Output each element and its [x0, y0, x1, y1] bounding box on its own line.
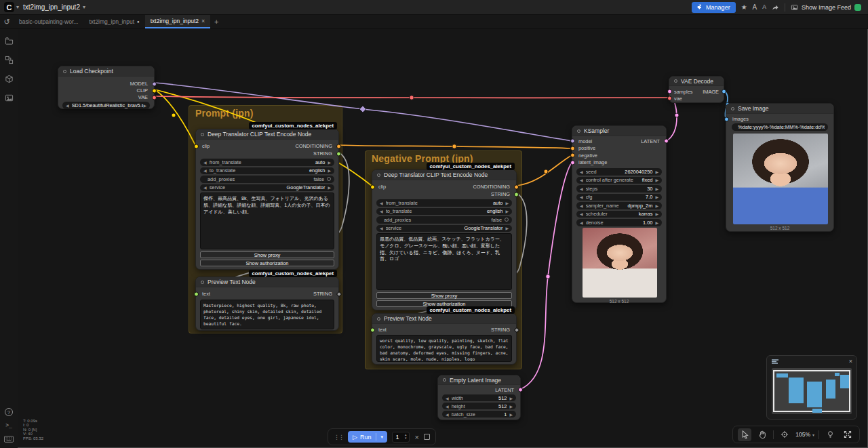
prompt-textarea[interactable]: 最悪の品質、低品質、絵画、スケッチ、フラットカラー、モノクロ、グレースケール、醜…: [376, 233, 512, 290]
port-string-out[interactable]: [336, 151, 341, 156]
right-arrow-icon[interactable]: ▶: [509, 396, 513, 401]
port-conditioning-out[interactable]: [336, 144, 341, 148]
link-dot[interactable]: [410, 96, 414, 100]
workflow-title-menu[interactable]: txt2img_ipn_input2 ▾: [23, 3, 85, 11]
toggle-minimap-tool[interactable]: [841, 428, 854, 441]
sidebar-model-library-icon[interactable]: [4, 74, 14, 83]
preview-textarea[interactable]: Masterpiece, highest quality, 8k, raw ph…: [200, 300, 334, 329]
right-arrow-icon[interactable]: ▶: [655, 169, 658, 174]
left-arrow-icon[interactable]: ◀: [580, 186, 583, 191]
node-vae-decode[interactable]: VAE Decode samples IMAGE vae: [669, 76, 724, 103]
port-clip-in[interactable]: [194, 144, 199, 148]
widget-from-translate[interactable]: ◀from_translateauto▶: [376, 199, 512, 207]
tab-txt2img-ipn-input2[interactable]: txt2img_ipn_input2×: [145, 15, 211, 28]
right-arrow-icon[interactable]: ▶: [509, 404, 513, 409]
node-preview-text-negative[interactable]: comfyui_custom_nodes_alekpet Preview Tex…: [372, 313, 517, 365]
left-arrow-icon[interactable]: ◀: [580, 211, 583, 216]
star-icon[interactable]: ★: [741, 4, 747, 11]
tab-basic-outpainting[interactable]: basic-outpainting-wor...: [14, 15, 83, 28]
prompt-textarea[interactable]: 傑作、最高品質、8k、生写真、フォトリアル、光沢のある肌、詳細な肌、詳細な顔、詳…: [200, 192, 334, 249]
left-arrow-icon[interactable]: ◀: [380, 201, 383, 205]
node-save-image[interactable]: Save Image images %date:yyyy%-%date:MM%-…: [726, 103, 834, 232]
port-model-in[interactable]: [570, 139, 575, 144]
collapse-dot-icon[interactable]: [377, 174, 380, 177]
minimap-canvas[interactable]: [772, 368, 852, 414]
history-undo-icon[interactable]: ↺: [0, 15, 14, 28]
widget-width[interactable]: ◀width512▶: [442, 394, 516, 401]
left-arrow-icon[interactable]: ◀: [446, 404, 449, 409]
select-cursor-tool[interactable]: [738, 428, 751, 441]
widget-control-after-generate[interactable]: ◀control after generatefixed▶: [576, 177, 662, 184]
node-preview-text-positive[interactable]: comfyui_custom_nodes_alekpet Preview Tex…: [195, 277, 339, 331]
toggle-icon[interactable]: [505, 218, 509, 222]
collapse-dot-icon[interactable]: [443, 378, 446, 382]
show-authorization-button[interactable]: Show authorization: [200, 260, 334, 266]
widget-service[interactable]: ◀serviceGoogleTranslator▶: [200, 184, 334, 192]
right-arrow-icon[interactable]: ▶: [655, 186, 658, 191]
zoom-level-dropdown[interactable]: 105%▾: [795, 431, 814, 438]
left-arrow-icon[interactable]: ◀: [203, 168, 207, 173]
right-arrow-icon[interactable]: ▶: [655, 220, 658, 225]
font-size-large-icon[interactable]: A: [753, 4, 757, 11]
port-clip-in[interactable]: [370, 184, 375, 189]
link-dot[interactable]: [172, 113, 176, 117]
right-arrow-icon[interactable]: ▶: [655, 211, 658, 216]
minimap-panel[interactable]: ×: [766, 355, 857, 420]
clear-queue-button[interactable]: ×: [414, 433, 418, 441]
help-icon[interactable]: ?: [5, 408, 13, 416]
link-dot[interactable]: [359, 106, 366, 113]
widget-from-translate[interactable]: ◀from_translateauto▶: [200, 159, 334, 166]
node-load-checkpoint[interactable]: Load Checkpoint MODEL CLIP VAE ◀ SD1.5/b…: [58, 66, 155, 109]
widget-height[interactable]: ◀height512▶: [442, 403, 516, 409]
ckpt-name-widget[interactable]: ◀ SD1.5/beautifulRealistic_brav5.s... ▶: [62, 102, 150, 109]
preview-textarea[interactable]: worst quality, low quality, painting, sk…: [376, 335, 512, 362]
node-header[interactable]: VAE Decode: [669, 77, 724, 86]
stepper-arrows-icon[interactable]: ▲▼: [402, 434, 409, 440]
node-header[interactable]: Preview Text Node: [196, 277, 338, 287]
port-latent-out[interactable]: [518, 388, 523, 392]
link-dot[interactable]: [452, 144, 456, 148]
link-visibility-tool[interactable]: [823, 428, 837, 441]
left-arrow-icon[interactable]: ◀: [446, 396, 449, 401]
minimap-close-icon[interactable]: ×: [849, 358, 852, 365]
left-arrow-icon[interactable]: ◀: [580, 220, 583, 225]
port-vae-out[interactable]: [152, 95, 157, 100]
right-arrow-icon[interactable]: ▶: [328, 160, 331, 165]
port-image-out[interactable]: [722, 89, 726, 94]
node-header[interactable]: Preview Text Node: [372, 314, 516, 324]
left-arrow-icon[interactable]: ◀: [203, 160, 207, 165]
collapse-dot-icon[interactable]: [577, 129, 580, 133]
widget-seed[interactable]: ◀seed2620040250▶: [576, 168, 662, 176]
keyboard-shortcuts-icon[interactable]: [4, 434, 14, 444]
right-arrow-icon[interactable]: ▶: [655, 195, 658, 199]
port-latent-image-in[interactable]: [570, 160, 575, 165]
tab-close-icon[interactable]: ×: [201, 18, 205, 24]
fit-view-tool[interactable]: [778, 428, 791, 441]
node-empty-latent-image[interactable]: Empty Latent Image LATENT ◀width512▶ ◀he…: [437, 375, 521, 420]
logo-caret-icon[interactable]: ▾: [16, 4, 19, 10]
left-arrow-icon[interactable]: ◀: [580, 169, 583, 174]
manager-button[interactable]: Manager: [692, 2, 736, 13]
node-ksampler[interactable]: KSampler model LATENT positive negative …: [572, 125, 667, 303]
widget-add-proxies[interactable]: add_proxiesfalse: [376, 216, 512, 224]
port-clip-out[interactable]: [152, 88, 157, 93]
link-dot[interactable]: [675, 113, 679, 117]
left-arrow-icon[interactable]: ◀: [380, 226, 383, 230]
collapse-dot-icon[interactable]: [63, 70, 66, 73]
right-arrow-icon[interactable]: ▶: [143, 103, 146, 108]
right-arrow-icon[interactable]: ▶: [328, 168, 331, 173]
widget-to-translate[interactable]: ◀to_translateenglish▶: [376, 208, 512, 216]
port-samples-in[interactable]: [667, 89, 672, 94]
port-string-out[interactable]: [514, 192, 519, 197]
right-arrow-icon[interactable]: ▶: [655, 203, 658, 208]
run-button[interactable]: ▷Run ▾: [348, 431, 387, 443]
left-arrow-icon[interactable]: ◀: [203, 185, 207, 190]
port-model-out[interactable]: [152, 81, 157, 86]
left-arrow-icon[interactable]: ◀: [580, 203, 583, 208]
left-arrow-icon[interactable]: ◀: [446, 412, 449, 417]
left-arrow-icon[interactable]: ◀: [380, 209, 383, 213]
port-conditioning-out[interactable]: [514, 184, 519, 189]
widget-add-proxies[interactable]: add_proxiesfalse: [200, 176, 334, 183]
right-arrow-icon[interactable]: ▶: [505, 226, 509, 230]
port-latent-out[interactable]: [664, 139, 669, 144]
